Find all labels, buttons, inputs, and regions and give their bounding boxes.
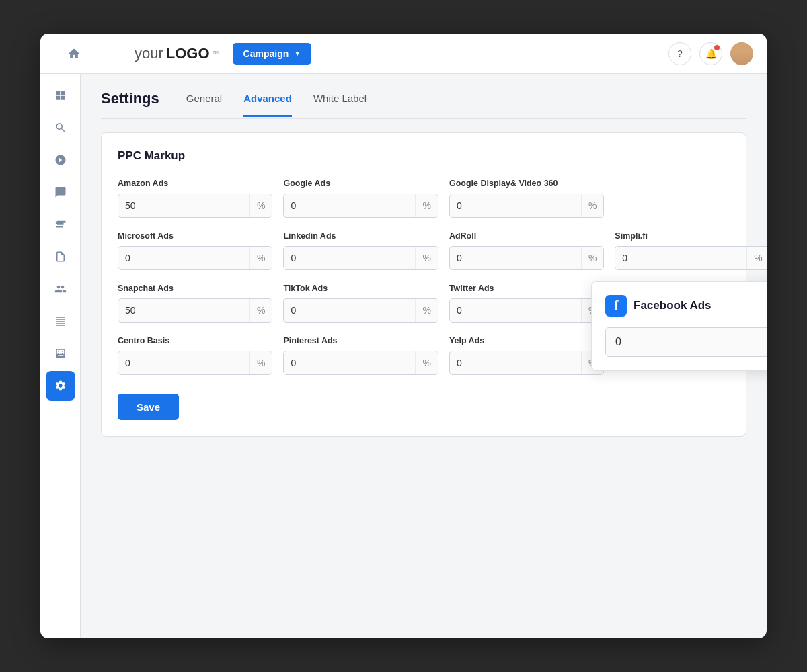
label-tiktok-ads: TikTok Ads — [283, 284, 438, 293]
input-wrapper-amazon: % — [118, 194, 272, 218]
page-content: Settings General Advanced White Label PP… — [81, 74, 767, 638]
field-centro-basis: Centro Basis % — [118, 336, 272, 375]
label-linkedin-ads: Linkedin Ads — [283, 231, 438, 241]
input-facebook-ads[interactable] — [606, 328, 763, 356]
sidebar-item-table[interactable] — [46, 306, 75, 336]
label-simpli-fi: Simpli.fi — [615, 231, 767, 241]
sidebar-item-announce[interactable] — [46, 210, 75, 239]
sidebar-item-integrations[interactable] — [46, 339, 75, 368]
sidebar-item-dashboard[interactable] — [46, 81, 75, 110]
main-area: Settings General Advanced White Label PP… — [40, 74, 767, 638]
input-tiktok-ads[interactable] — [284, 299, 415, 322]
label-snapchat-ads: Snapchat Ads — [118, 284, 272, 293]
label-microsoft-ads: Microsoft Ads — [118, 231, 272, 241]
input-google-ads[interactable] — [284, 194, 415, 217]
facebook-title: Facebook Ads — [633, 299, 712, 312]
input-twitter-ads[interactable] — [450, 299, 581, 322]
notification-button[interactable]: 🔔 — [699, 42, 722, 65]
input-wrapper-google: % — [283, 194, 438, 218]
logo: yourLOGO™ — [134, 45, 219, 62]
question-icon: ? — [677, 48, 683, 59]
logo-bold: LOGO — [166, 45, 210, 62]
input-centro-basis[interactable] — [118, 351, 249, 374]
input-linkedin-ads[interactable] — [284, 247, 415, 269]
campaign-dropdown-arrow: ▼ — [294, 50, 301, 57]
percent-microsoft: % — [249, 247, 272, 269]
field-snapchat-ads: Snapchat Ads % — [118, 284, 272, 323]
header-home-icon[interactable] — [59, 39, 89, 69]
input-wrapper-snapchat: % — [118, 298, 272, 323]
percent-pinterest: % — [415, 351, 437, 374]
sidebar-item-people[interactable] — [46, 274, 75, 304]
app-window: yourLOGO™ Campaign ▼ ? 🔔 — [40, 34, 767, 638]
notification-badge — [714, 45, 720, 50]
label-amazon-ads: Amazon Ads — [118, 179, 272, 188]
field-simpli-fi: Simpli.fi % — [615, 231, 767, 270]
input-microsoft-ads[interactable] — [118, 247, 249, 269]
sidebar-item-settings[interactable] — [46, 371, 75, 401]
label-twitter-ads: Twitter Ads — [449, 284, 604, 293]
input-wrapper-simpli-fi: % — [615, 246, 767, 270]
input-yelp-ads[interactable] — [450, 351, 581, 374]
header-icons: ? 🔔 — [668, 42, 753, 65]
percent-centro-basis: % — [249, 351, 272, 374]
field-adroll: AdRoll % — [449, 231, 604, 270]
input-adroll[interactable] — [450, 247, 581, 269]
field-twitter-ads: Twitter Ads % — [449, 284, 604, 323]
facebook-icon: f — [605, 295, 627, 317]
label-google-display: Google Display& Video 360 — [449, 179, 604, 188]
input-wrapper-microsoft: % — [118, 246, 272, 270]
label-centro-basis: Centro Basis — [118, 336, 272, 345]
logo-regular: your — [134, 45, 163, 62]
input-wrapper-twitter: % — [449, 298, 604, 323]
sidebar-item-chart[interactable] — [46, 145, 75, 175]
input-amazon-ads[interactable] — [118, 194, 249, 217]
avatar[interactable] — [730, 42, 753, 65]
settings-header: Settings General Advanced White Label — [101, 90, 746, 119]
tab-general[interactable]: General — [186, 93, 222, 117]
label-pinterest-ads: Pinterest Ads — [283, 336, 438, 345]
facebook-percent: % — [763, 328, 767, 356]
percent-simpli-fi: % — [746, 247, 767, 269]
sidebar-item-messages[interactable] — [46, 177, 75, 207]
settings-title: Settings — [101, 90, 159, 118]
help-button[interactable]: ? — [668, 42, 691, 65]
label-adroll: AdRoll — [449, 231, 604, 241]
facebook-ads-card: f Facebook Ads % — [591, 281, 767, 371]
label-google-ads: Google Ads — [283, 179, 438, 188]
ppc-markup-card: PPC Markup Amazon Ads % Google Ads — [101, 132, 746, 437]
sidebar-item-files[interactable] — [46, 242, 75, 271]
header: yourLOGO™ Campaign ▼ ? 🔔 — [40, 34, 767, 74]
sidebar — [40, 74, 81, 638]
facebook-input-wrapper: % — [605, 327, 767, 357]
input-google-display[interactable] — [450, 194, 581, 217]
save-button[interactable]: Save — [118, 394, 179, 420]
facebook-card-header: f Facebook Ads — [605, 295, 767, 317]
input-wrapper-centro-basis: % — [118, 351, 272, 375]
field-amazon-ads: Amazon Ads % — [118, 179, 272, 218]
percent-google-display: % — [581, 194, 603, 217]
input-snapchat-ads[interactable] — [118, 299, 249, 322]
tab-advanced[interactable]: Advanced — [243, 93, 292, 117]
field-pinterest-ads: Pinterest Ads % — [283, 336, 438, 375]
input-pinterest-ads[interactable] — [284, 351, 415, 374]
avatar-image — [730, 42, 753, 65]
percent-snapchat: % — [249, 299, 272, 322]
field-microsoft-ads: Microsoft Ads % — [118, 231, 272, 270]
sidebar-item-search[interactable] — [46, 113, 75, 142]
input-wrapper-google-display: % — [449, 194, 604, 218]
percent-tiktok: % — [415, 299, 437, 322]
percent-adroll: % — [581, 247, 603, 269]
field-tiktok-ads: TikTok Ads % — [283, 284, 438, 323]
tab-white-label[interactable]: White Label — [313, 93, 367, 117]
input-simpli-fi[interactable] — [615, 247, 746, 269]
input-wrapper-tiktok: % — [283, 298, 438, 323]
field-linkedin-ads: Linkedin Ads % — [283, 231, 438, 270]
campaign-button[interactable]: Campaign ▼ — [233, 43, 312, 65]
input-wrapper-adroll: % — [449, 246, 604, 270]
field-google-ads: Google Ads % — [283, 179, 438, 218]
percent-google: % — [415, 194, 437, 217]
input-wrapper-yelp: % — [449, 351, 604, 375]
field-google-display: Google Display& Video 360 % — [449, 179, 604, 218]
input-wrapper-linkedin: % — [283, 246, 438, 270]
